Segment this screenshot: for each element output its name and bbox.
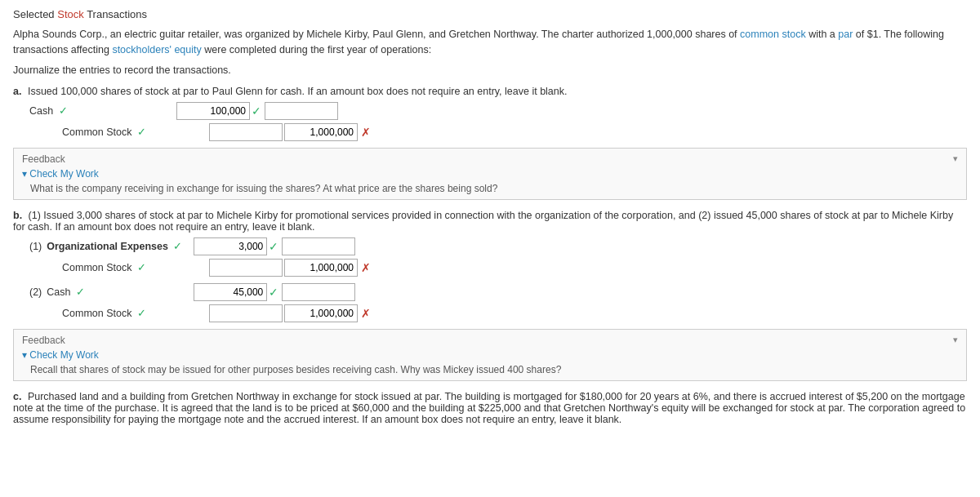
title-transactions: Transactions [87,8,147,20]
part-a-feedback-box: Feedback ▾ Check My Work What is the com… [13,148,967,200]
part-b-check-my-work[interactable]: Check My Work [22,349,958,361]
part-a-commonstock-x-icon: ✗ [361,126,371,139]
part-b-feedback-box: Feedback ▾ Check My Work Recall that sha… [13,329,967,381]
part-b2-cash-debit-check-icon: ✓ [269,286,278,299]
journalize-instruction: Journalize the entries to record the tra… [13,64,967,76]
common-stock-link[interactable]: common stock [740,29,806,40]
part-a-section: a. Issued 100,000 shares of stock at par… [13,86,967,200]
part-b2-commonstock-inputs: ✗ [209,304,371,322]
part-b1-orgexp-row: (1) Organizational Expenses ✓ ✓ [29,237,967,255]
part-b-section: b. (1) Issued 3,000 shares of stock at p… [13,210,967,381]
part-a-feedback-hint: What is the company receiving in exchang… [22,183,958,194]
part-b-feedback-expand[interactable]: ▾ [953,335,958,346]
part-a-cash-label: Cash ✓ [29,104,176,117]
part-b1-orgexp-inputs: ✓ [194,237,357,255]
part-b-sub1-num: (1) [29,241,42,252]
b1-commonstock-check-icon: ✓ [137,261,146,273]
part-a-description: Issued 100,000 shares of stock at par to… [28,86,568,97]
part-c-label: c. Purchased land and a building from Gr… [13,391,967,425]
stockholders-equity-link[interactable]: stockholders' equity [112,44,201,55]
part-a-commonstock-label: Common Stock ✓ [62,126,209,138]
part-b2-cash-debit-input[interactable] [194,283,267,301]
part-b2-cash-label: Cash ✓ [47,286,194,298]
part-a-feedback-header: Feedback ▾ [22,153,958,165]
commonstock-check-icon: ✓ [137,126,146,138]
part-b2-cash-credit-input[interactable] [282,283,355,301]
part-a-cash-debit-check-icon: ✓ [252,104,261,118]
page-title: Selected Stock Transactions [13,8,967,20]
orgexp-check-icon: ✓ [173,240,182,252]
part-a-check-my-work[interactable]: Check My Work [22,168,958,180]
part-b1-orgexp-debit-input[interactable] [194,237,267,255]
part-a-letter: a. [13,86,21,97]
part-b1-commonstock-label: Common Stock ✓ [62,261,209,273]
part-b-sub2: (2) Cash ✓ ✓ Common Stock ✓ ✗ [13,283,967,322]
intro-text1: Alpha Sounds Corp., an electric guitar r… [13,29,740,40]
part-c-section: c. Purchased land and a building from Gr… [13,391,967,425]
part-b-feedback-header: Feedback ▾ [22,335,958,346]
part-b-sub2-num: (2) [29,286,42,298]
part-b1-commonstock-row: Common Stock ✓ ✗ [62,259,967,277]
part-a-commonstock-debit-input[interactable] [209,123,283,141]
cash-check-icon: ✓ [59,104,68,117]
part-b-sub1: (1) Organizational Expenses ✓ ✓ Common S… [13,237,967,277]
part-a-label: a. Issued 100,000 shares of stock at par… [13,86,967,97]
par-link[interactable]: par [838,29,853,40]
part-b1-commonstock-debit-input[interactable] [209,259,283,277]
b2-commonstock-check-icon: ✓ [137,307,146,319]
part-b-label: b. (1) Issued 3,000 shares of stock at p… [13,210,967,233]
part-b1-orgexp-debit-check-icon: ✓ [269,240,278,253]
part-a-cash-row: Cash ✓ ✓ [29,102,967,120]
title-selected: Selected [13,8,55,20]
part-b2-cash-row: (2) Cash ✓ ✓ [29,283,967,301]
part-a-feedback-label: Feedback [22,153,65,165]
part-b2-commonstock-debit-input[interactable] [209,304,283,322]
part-a-cash-inputs: ✓ [176,102,340,120]
part-b2-commonstock-credit-input[interactable] [284,304,358,322]
part-b-feedback-hint: Recall that shares of stock may be issue… [22,364,958,375]
part-a-commonstock-row: Common Stock ✓ ✗ [62,123,967,141]
title-stock: Stock [57,8,84,20]
part-a-commonstock-inputs: ✗ [209,123,371,141]
part-b1-commonstock-x-icon: ✗ [361,261,371,274]
part-a-cash-debit-input[interactable] [176,102,250,120]
part-b1-commonstock-credit-input[interactable] [284,259,358,277]
part-b-feedback-label: Feedback [22,335,65,346]
intro-paragraph: Alpha Sounds Corp., an electric guitar r… [13,27,967,58]
part-b2-cash-inputs: ✓ [194,283,357,301]
part-c-description: Purchased land and a building from Gretc… [13,391,965,425]
part-c-letter: c. [13,391,21,402]
part-b1-commonstock-inputs: ✗ [209,259,371,277]
part-a-cash-credit-input[interactable] [265,102,338,120]
part-a-feedback-expand[interactable]: ▾ [953,153,958,165]
part-b-description: (1) Issued 3,000 shares of stock at par … [13,210,953,233]
b2-cash-check-icon: ✓ [76,286,85,298]
part-b2-commonstock-row: Common Stock ✓ ✗ [62,304,967,322]
part-b1-orgexp-credit-input[interactable] [282,237,355,255]
part-b2-commonstock-x-icon: ✗ [361,307,371,320]
part-b-letter: b. [13,210,22,221]
part-b2-commonstock-label: Common Stock ✓ [62,307,209,319]
part-b1-orgexp-label: Organizational Expenses ✓ [47,240,194,252]
part-a-commonstock-credit-input[interactable] [284,123,358,141]
